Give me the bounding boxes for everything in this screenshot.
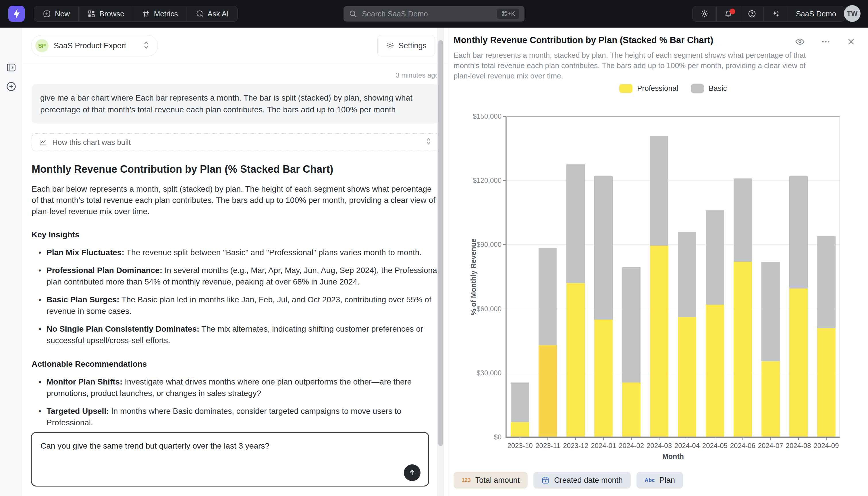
legend-swatch — [619, 84, 632, 93]
chart-panel: Monthly Revenue Contribution by Plan (St… — [448, 28, 868, 496]
browse-button[interactable]: Browse — [78, 6, 133, 21]
bar-segment-professional-2023-11[interactable] — [539, 345, 557, 437]
new-label: New — [55, 10, 70, 18]
gear-icon — [386, 41, 395, 50]
response-title: Monthly Revenue Contribution by Plan (% … — [32, 163, 439, 175]
global-search-input[interactable]: Search SaaS Demo ⌘+K — [343, 6, 525, 21]
chart-line-icon — [39, 138, 47, 146]
bar-segment-basic-2024-07[interactable] — [761, 262, 780, 361]
y-axis-line — [505, 117, 506, 438]
legend-item-professional[interactable]: Professional — [619, 84, 678, 93]
legend-item-basic[interactable]: Basic — [691, 84, 727, 93]
plus-circle-icon — [6, 81, 17, 92]
tag-plan[interactable]: Abc Plan — [637, 472, 683, 489]
bar-segment-basic-2023-10[interactable] — [511, 383, 529, 422]
arrow-up-icon — [408, 469, 416, 477]
workspace-button[interactable]: SaaS Demo — [787, 6, 845, 21]
chart-description: Each bar represents a month, stacked by … — [453, 50, 821, 81]
new-chat-button[interactable] — [5, 80, 17, 93]
user-avatar[interactable]: TW — [844, 5, 861, 22]
panel-expand-icon — [6, 62, 16, 73]
send-button[interactable] — [404, 464, 420, 481]
bar-segment-basic-2024-03[interactable] — [650, 136, 669, 246]
gear-icon — [700, 10, 709, 18]
bar-segment-basic-2024-08[interactable] — [789, 176, 808, 289]
chat-messages-area: 3 minutes ago give me a bar chart where … — [22, 64, 448, 477]
settings-gear-button[interactable] — [693, 6, 716, 21]
metrics-label: Metrics — [154, 10, 178, 18]
legend-label: Basic — [709, 84, 727, 93]
chat-input[interactable]: Can you give the same trend but quarterl… — [31, 432, 429, 486]
chevron-updown-icon — [426, 138, 431, 147]
close-button[interactable] — [847, 37, 855, 46]
bar-segment-professional-2024-07[interactable] — [761, 361, 780, 437]
bar-segment-professional-2024-05[interactable] — [706, 305, 724, 437]
tag-label: Created date month — [554, 476, 623, 485]
view-button[interactable] — [795, 37, 805, 47]
number-123-icon: 123 — [462, 477, 471, 483]
mini-sidebar — [0, 28, 22, 496]
ask-ai-label: Ask AI — [208, 10, 229, 18]
bar-segment-professional-2024-02[interactable] — [622, 383, 641, 437]
bar-segment-professional-2024-03[interactable] — [650, 246, 669, 437]
chat-panel: SP SaaS Product Expert Settings 3 minute… — [22, 28, 448, 496]
tag-total-amount[interactable]: 123 Total amount — [453, 472, 528, 489]
app-logo[interactable] — [8, 6, 25, 22]
settings-label: Settings — [398, 41, 427, 50]
bar-segment-basic-2024-06[interactable] — [734, 179, 752, 262]
top-navbar: New Browse Metrics Ask AI Search SaaS De… — [0, 0, 868, 28]
chat-scrollbar-thumb[interactable] — [438, 40, 443, 446]
nav-button-group: New Browse Metrics Ask AI — [34, 6, 238, 21]
bar-segment-professional-2024-01[interactable] — [594, 320, 613, 437]
agent-selector[interactable]: SP SaaS Product Expert — [31, 35, 158, 56]
y-axis-title: % of Monthly Revenue — [469, 148, 478, 406]
bar-segment-professional-2024-04[interactable] — [678, 317, 696, 437]
how-chart-built-expander[interactable]: How this chart was built — [32, 133, 439, 151]
help-button[interactable] — [740, 6, 763, 21]
bar-segment-professional-2023-12[interactable] — [566, 283, 585, 437]
bar-segment-basic-2024-02[interactable] — [622, 267, 641, 383]
bar-segment-basic-2023-12[interactable] — [566, 165, 585, 283]
sparkles-button[interactable] — [763, 6, 787, 21]
new-button[interactable]: New — [34, 6, 78, 21]
plus-square-icon — [43, 10, 51, 18]
ask-ai-button[interactable]: Ask AI — [187, 6, 238, 21]
bar-segment-professional-2024-06[interactable] — [734, 262, 752, 437]
notifications-button[interactable] — [716, 6, 740, 21]
more-options-button[interactable] — [821, 37, 831, 47]
recommendations-heading: Actionable Recommendations — [32, 359, 439, 369]
notification-dot — [729, 9, 735, 14]
bar-segment-basic-2024-01[interactable] — [594, 176, 613, 319]
sidebar-toggle-button[interactable] — [5, 62, 17, 74]
ask-ai-chat-icon — [196, 10, 204, 18]
chevron-updown-icon — [143, 41, 150, 50]
agent-avatar: SP — [35, 39, 49, 52]
help-icon — [748, 10, 756, 18]
bar-segment-professional-2024-09[interactable] — [817, 328, 836, 437]
bar-segment-basic-2024-09[interactable] — [817, 236, 836, 328]
lightning-bolt-icon — [12, 8, 21, 19]
metrics-button[interactable]: Metrics — [133, 6, 187, 21]
legend-label: Professional — [637, 84, 678, 93]
list-item: Plan Mix Fluctuates: The revenue split b… — [32, 247, 439, 258]
agent-settings-button[interactable]: Settings — [377, 35, 435, 56]
sparkles-icon — [771, 10, 780, 18]
message-timestamp: 3 minutes ago — [32, 71, 439, 79]
y-tick-label: $90,000 — [459, 241, 501, 249]
bar-segment-basic-2023-11[interactable] — [539, 248, 557, 345]
bar-segment-professional-2023-10[interactable] — [511, 422, 529, 437]
response-intro: Each bar below represents a month, split… — [32, 183, 439, 217]
bar-segment-professional-2024-08[interactable] — [789, 289, 808, 437]
eye-icon — [795, 37, 805, 47]
close-icon — [847, 37, 855, 46]
browse-label: Browse — [99, 10, 124, 18]
bar-segment-basic-2024-05[interactable] — [706, 210, 724, 304]
search-icon — [349, 10, 357, 18]
browse-grid-icon — [87, 10, 95, 18]
insights-heading: Key Insights — [32, 230, 439, 239]
x-tick-label: 2024-09 — [809, 442, 843, 450]
bar-segment-basic-2024-04[interactable] — [678, 232, 696, 317]
expander-label: How this chart was built — [52, 138, 131, 147]
tag-created-date-month[interactable]: Created date month — [533, 472, 631, 489]
chart-legend: ProfessionalBasic — [506, 84, 840, 93]
